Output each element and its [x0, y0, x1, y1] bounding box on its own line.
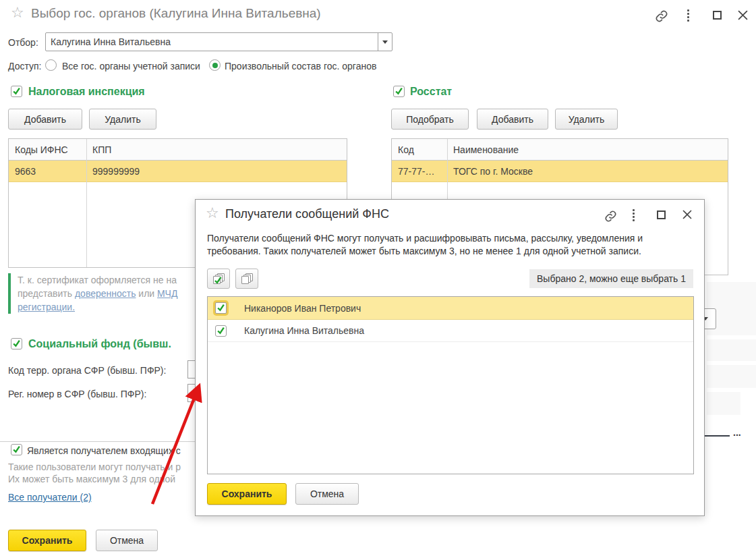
- incoming-recipient-checkbox[interactable]: [11, 444, 22, 455]
- modal-more-menu-icon[interactable]: [633, 209, 635, 221]
- page-title: Выбор гос. органов (Калугина Инна Виталь…: [31, 6, 321, 21]
- modal-maximize-icon[interactable]: [657, 211, 666, 219]
- uncheck-all-icon: [241, 273, 253, 285]
- rosstat-row-name: ТОГС по г. Москве: [447, 166, 728, 177]
- modal-cancel-button[interactable]: Отмена: [295, 483, 359, 505]
- filter-dropdown-button[interactable]: [378, 33, 392, 51]
- tax-table-row[interactable]: 9663 999999999: [9, 161, 347, 182]
- tax-remove-button[interactable]: Удалить: [89, 109, 156, 130]
- rosstat-row-code: 77-77-…: [392, 166, 447, 177]
- recipient-2-checkbox[interactable]: [215, 325, 227, 337]
- mchd-link[interactable]: МЧД: [157, 288, 177, 299]
- recipient-row-2[interactable]: Калугина Инна Витальевна: [208, 320, 693, 342]
- radio-custom-gov-bodies-label: Произвольный состав гос. органов: [225, 61, 376, 72]
- modal-description-line-2: требования. Таких получателей может быть…: [207, 246, 641, 256]
- favorite-star-icon[interactable]: ☆: [11, 5, 24, 20]
- background-panel: [707, 365, 756, 388]
- rosstat-remove-button[interactable]: Удалить: [555, 109, 618, 130]
- check-all-button[interactable]: [207, 269, 230, 289]
- tax-col-header-kpp[interactable]: КПП: [86, 144, 347, 155]
- modal-close-icon[interactable]: [680, 208, 694, 221]
- radio-custom-gov-bodies[interactable]: [209, 59, 221, 71]
- modal-get-link-icon[interactable]: [602, 208, 618, 224]
- filter-value: Калугина Инна Витальевна: [46, 36, 378, 47]
- radio-all-gov-bodies-label: Все гос. органы учетной записи: [62, 61, 200, 72]
- modal-title: Получатели сообщений ФНС: [225, 207, 389, 221]
- incoming-note-1: Такие пользователи могут получать и р: [8, 461, 196, 472]
- tax-row-code: 9663: [9, 166, 86, 177]
- rosstat-pick-button[interactable]: Подобрать: [391, 109, 469, 130]
- close-icon[interactable]: [736, 8, 749, 22]
- radio-all-gov-bodies[interactable]: [45, 59, 57, 71]
- tax-col-header-code[interactable]: Коды ИФНС: [9, 144, 86, 155]
- filter-input[interactable]: Калугина Инна Витальевна: [45, 32, 392, 51]
- separator: [0, 441, 196, 442]
- recipients-list: Никаноров Иван Петрович Калугина Инна Ви…: [207, 296, 694, 474]
- rosstat-col-header-name[interactable]: Наименование: [447, 144, 728, 155]
- recipient-1-name: Никаноров Иван Петрович: [244, 303, 361, 314]
- main-cancel-button[interactable]: Отмена: [96, 530, 158, 551]
- sfr-field1-label: Код терр. органа СФР (бывш. ПФР):: [8, 365, 166, 376]
- certificate-notice: Т. к. сертификат оформляется не на предс…: [8, 273, 192, 314]
- tax-section-title: Налоговая инспекция: [28, 86, 145, 98]
- all-recipients-link[interactable]: Все получатели (2): [8, 492, 92, 503]
- app-screen: ☆ Выбор гос. органов (Калугина Инна Вита…: [0, 0, 756, 560]
- check-all-icon: [213, 273, 225, 285]
- rosstat-section-title: Росстат: [410, 86, 452, 98]
- background-ellipsis-button[interactable]: ...: [733, 427, 741, 438]
- rosstat-section-checkbox[interactable]: [393, 86, 405, 97]
- get-link-icon[interactable]: [653, 7, 670, 25]
- sfr-field2-label: Рег. номер в СФР (бывш. ПФР):: [8, 389, 146, 399]
- attorney-link[interactable]: доверенность: [75, 288, 136, 299]
- filter-label: Отбор:: [8, 37, 38, 48]
- notice-line-3: регистрации.: [18, 300, 192, 314]
- modal-save-button[interactable]: Сохранить: [207, 483, 287, 505]
- recipient-row-1[interactable]: Никаноров Иван Петрович: [208, 297, 693, 320]
- background-panel: [707, 392, 740, 415]
- background-field-underline: [703, 435, 730, 437]
- rosstat-col-header-code[interactable]: Код: [392, 144, 447, 155]
- main-save-button[interactable]: Сохранить: [8, 530, 86, 551]
- incoming-recipient-label: Является получателем входящих с: [27, 445, 196, 456]
- tax-section-checkbox[interactable]: [11, 86, 22, 97]
- tax-row-kpp: 999999999: [86, 166, 347, 177]
- tax-add-button[interactable]: Добавить: [8, 109, 82, 130]
- registration-link[interactable]: регистрации.: [18, 302, 75, 312]
- selection-count-badge: Выбрано 2, можно еще выбрать 1: [529, 269, 693, 288]
- fns-recipients-dialog: ☆ Получатели сообщений ФНС Получатели со…: [195, 199, 705, 516]
- rosstat-table-row[interactable]: 77-77-… ТОГС по г. Москве: [392, 161, 728, 182]
- recipient-2-name: Калугина Инна Витальевна: [244, 325, 364, 336]
- chevron-down-icon: [382, 40, 388, 44]
- incoming-note-2: Их может быть максимум 3 для одной: [8, 474, 196, 484]
- recipient-1-checkbox[interactable]: [215, 302, 227, 314]
- rosstat-add-button[interactable]: Добавить: [477, 109, 548, 130]
- modal-description-line-1: Получатели сообщений ФНС могут получать …: [207, 233, 643, 244]
- maximize-icon[interactable]: [713, 11, 722, 20]
- access-label: Доступ:: [8, 61, 41, 72]
- notice-line-1: Т. к. сертификат оформляется не на: [18, 273, 192, 287]
- more-menu-icon[interactable]: [687, 9, 689, 22]
- modal-favorite-star-icon[interactable]: ☆: [206, 206, 219, 221]
- sfr-section-checkbox[interactable]: [11, 338, 22, 349]
- notice-line-2: представить доверенность или МЧД: [18, 287, 192, 300]
- background-panel: [707, 339, 756, 361]
- uncheck-all-button[interactable]: [235, 269, 258, 289]
